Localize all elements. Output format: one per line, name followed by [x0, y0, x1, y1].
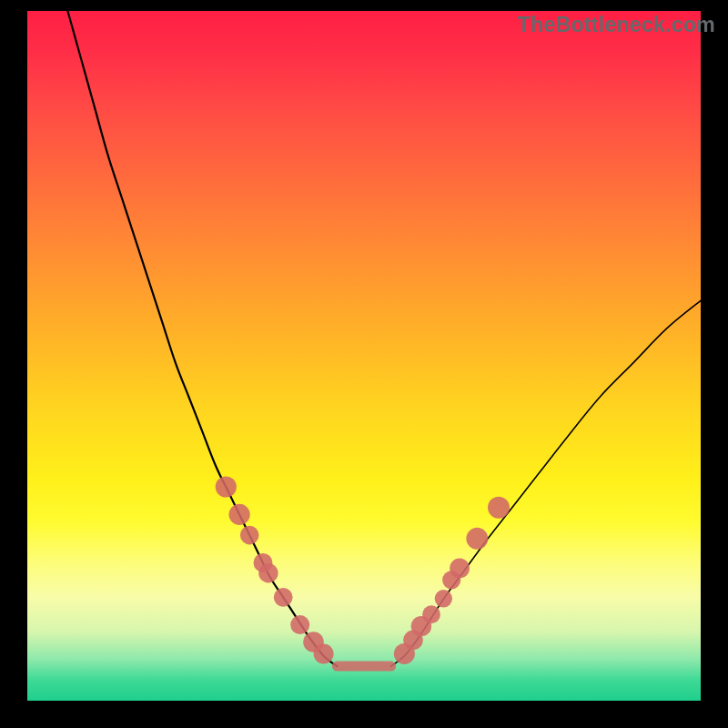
data-marker [450, 559, 470, 579]
data-marker [229, 504, 250, 525]
data-marker [314, 643, 334, 663]
data-marker [240, 526, 259, 545]
data-marker [290, 615, 309, 634]
data-marker [216, 476, 237, 497]
data-marker [435, 590, 452, 607]
markers-right [394, 497, 510, 664]
data-marker [422, 605, 440, 623]
left-curve [67, 11, 337, 666]
data-marker [274, 588, 293, 607]
data-marker [258, 563, 278, 582]
data-marker [488, 497, 510, 519]
data-marker [466, 528, 488, 550]
markers-left [216, 476, 334, 663]
chart-svg [27, 11, 701, 701]
